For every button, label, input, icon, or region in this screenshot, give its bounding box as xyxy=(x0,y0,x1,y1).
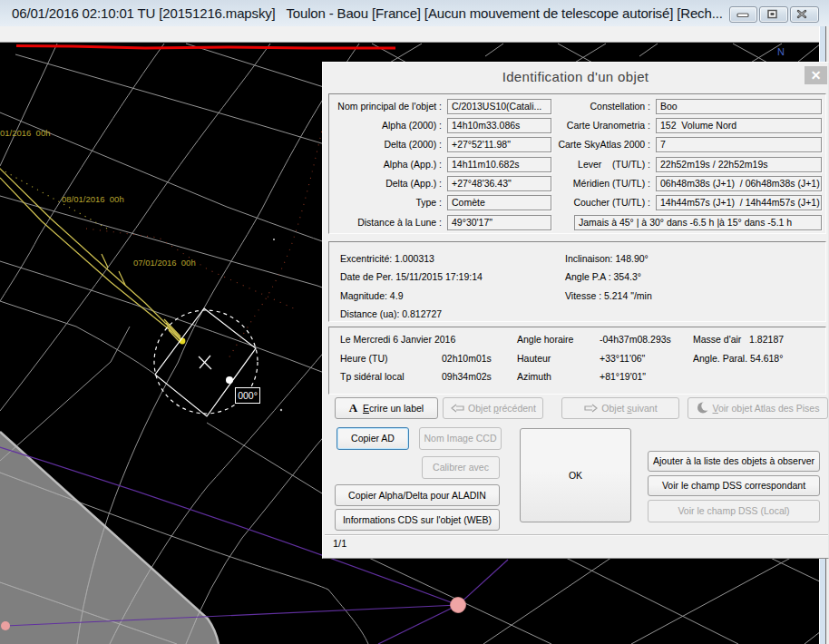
svg-text:000°: 000° xyxy=(238,390,258,401)
svg-text:N: N xyxy=(777,46,785,57)
